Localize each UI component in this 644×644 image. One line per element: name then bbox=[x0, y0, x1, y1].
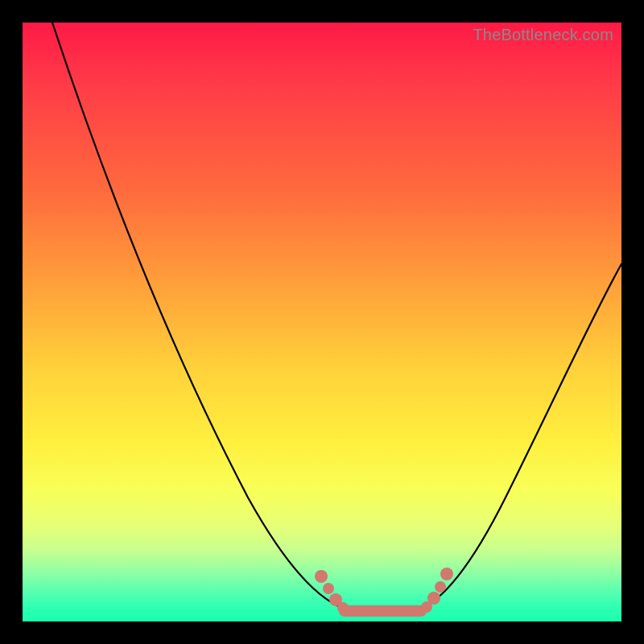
bottleneck-curve bbox=[23, 23, 621, 621]
svg-point-6 bbox=[435, 581, 446, 592]
svg-point-0 bbox=[315, 570, 328, 583]
svg-point-3 bbox=[337, 602, 349, 613]
chart-frame: TheBottleneck.com bbox=[0, 0, 644, 644]
svg-point-7 bbox=[440, 568, 453, 580]
curve-path bbox=[52, 23, 621, 614]
plot-area: TheBottleneck.com bbox=[23, 23, 621, 621]
svg-point-5 bbox=[427, 592, 440, 605]
svg-point-1 bbox=[323, 583, 334, 594]
